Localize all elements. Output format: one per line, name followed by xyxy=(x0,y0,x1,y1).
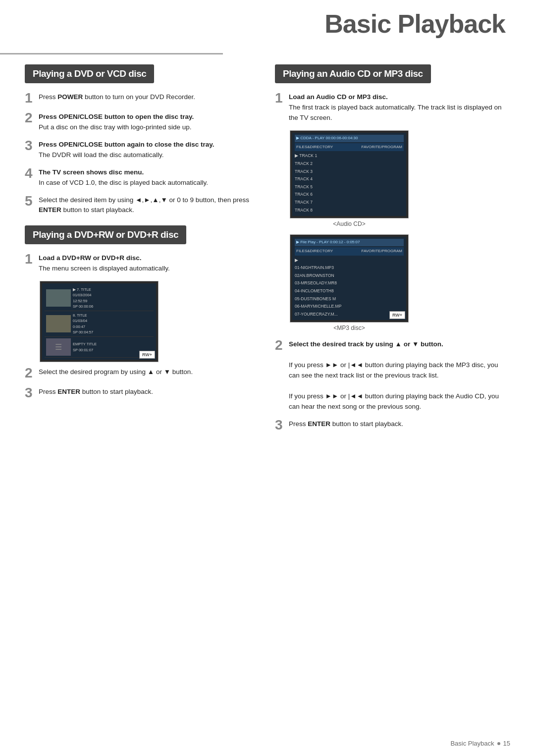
step-4-bold: The TV screen shows disc menu. xyxy=(39,168,144,176)
dvd-vcd-step-5: 5 Select the desired item by using ◄,►,▲… xyxy=(25,195,260,216)
step-2-bold: Press OPEN/CLOSE button to open the disc… xyxy=(39,113,194,120)
step-1-bold: POWER xyxy=(57,93,83,101)
mp3-screen-inner: ▶ File Play - PLAY 0:00:12 - 0:05:07 FIL… xyxy=(292,237,406,320)
dvdrw-step-1: 1 Load a DVD+RW or DVD+R disc. The menu … xyxy=(25,253,260,274)
audio-step-3-bold: ENTER xyxy=(308,420,330,428)
mp3-file-6: 05-DUSTINBONES M xyxy=(295,295,404,303)
audio-cd-caption: <Audio CD> xyxy=(290,220,409,227)
step-number-2: 2 xyxy=(25,111,36,125)
dvdrw-step-2: 2 Select the desired program by using ▲ … xyxy=(25,367,260,380)
audio-step-1-bold: Load an Audio CD or MP3 disc. xyxy=(289,93,388,101)
left-column: Playing a DVD or VCD disc 1 Press POWER … xyxy=(25,64,260,439)
mp3-file-4: 03-MRSEOLADY.MR8 xyxy=(295,279,404,287)
audio-cd-col2: FAVORITE/PROGRAM xyxy=(361,144,402,151)
dvdrw-step-3-content: Press ENTER button to start playback. xyxy=(39,387,260,397)
dvdrw-step-2-content: Select the desired program by using ▲ or… xyxy=(39,367,260,378)
audio-track-5: TRACK 5 xyxy=(295,183,404,191)
step-number-4: 4 xyxy=(25,166,36,180)
audio-cd-screen: ▶ CDDA - PLAY 00:00:06-00:04:30 FILES&DI… xyxy=(290,130,409,218)
dvd-vcd-title: Playing a DVD or VCD disc xyxy=(25,64,154,83)
dvdrw-step-3-bold: ENTER xyxy=(57,388,80,395)
audio-track-8: TRACK 8 xyxy=(295,207,404,215)
mp3-file-2: 01-NIGHTRAIN.MP3 xyxy=(295,264,404,272)
audio-step-3: 3 Press ENTER button to start playback. xyxy=(275,419,510,432)
mp3-header: FILES&DIRECTORY FAVORITE/PROGRAM xyxy=(295,247,404,256)
dvdrw-thumb-3: ☰ xyxy=(46,338,71,356)
audio-step-2-bold: Select the desired track by using ▲ or ▼… xyxy=(289,340,443,348)
dvdrw-screen-inner: ▶ 7. TITLE01/03/200412:52:59SP 00:00:06 … xyxy=(42,283,156,360)
audio-track-6: TRACK 6 xyxy=(295,191,404,199)
dvdrw-info-2: 8. TITLE01/03/040:00:47SP 00:04:57 xyxy=(73,313,93,335)
audio-title: Playing an Audio CD or MP3 disc xyxy=(275,64,431,83)
dvdrw-screen: ▶ 7. TITLE01/03/200412:52:59SP 00:00:06 … xyxy=(40,281,159,362)
step-number-5: 5 xyxy=(25,194,36,208)
dvdrw-section-heading: Playing a DVD+RW or DVD+R disc xyxy=(25,225,260,244)
mp3-col2: FAVORITE/PROGRAM xyxy=(361,248,402,255)
mp3-file-5: 04-INCLOMETOTH8 xyxy=(295,287,404,295)
main-content: Playing a DVD or VCD disc 1 Press POWER … xyxy=(0,54,535,454)
dvd-vcd-step-4: 4 The TV screen shows disc menu. In case… xyxy=(25,167,260,188)
page-footer: Basic Playback 15 xyxy=(450,740,510,747)
mp3-file-7: 06-MARYMICHELLE.MP xyxy=(295,303,404,311)
dvdrw-row-3: ☰ EMPTY TITLESP 00:01:07 xyxy=(45,337,154,358)
dvdrw-step-number-1: 1 xyxy=(25,252,36,266)
audio-cd-screen-inner: ▶ CDDA - PLAY 00:00:06-00:04:30 FILES&DI… xyxy=(292,133,406,216)
audio-step-number-1: 1 xyxy=(275,91,286,105)
dvd-vcd-step-3: 3 Press OPEN/CLOSE button again to close… xyxy=(25,140,260,161)
step-5-bold: ENTER xyxy=(39,206,61,214)
dvd-vcd-step-1: 1 Press POWER button to turn on your DVD… xyxy=(25,92,260,105)
audio-step-number-2: 2 xyxy=(275,338,286,352)
mp3-file-3: 02AN.BROWNSTON xyxy=(295,272,404,280)
audio-cd-header: FILES&DIRECTORY FAVORITE/PROGRAM xyxy=(295,143,404,152)
audio-step-1: 1 Load an Audio CD or MP3 disc. The firs… xyxy=(275,92,510,123)
right-column: Playing an Audio CD or MP3 disc 1 Load a… xyxy=(275,64,510,439)
page-title: Basic Playback xyxy=(324,9,505,39)
dvdrw-info-1: ▶ 7. TITLE01/03/200412:52:59SP 00:00:06 xyxy=(73,287,93,309)
audio-track-3: TRACK 3 xyxy=(295,168,404,176)
mp3-file-8: 07-YOURECRAZY.M... xyxy=(295,311,404,319)
mp3-screen: ▶ File Play - PLAY 0:00:12 - 0:05:07 FIL… xyxy=(290,234,409,323)
footer-dot xyxy=(497,742,500,745)
footer-text: Basic Playback xyxy=(450,740,494,747)
audio-step-2: 2 Select the desired track by using ▲ or… xyxy=(275,339,510,412)
step-4-content: The TV screen shows disc menu. In case o… xyxy=(39,167,260,188)
footer-page: 15 xyxy=(503,740,510,747)
dvdrw-info-3: EMPTY TITLESP 00:01:07 xyxy=(73,341,97,353)
mp3-caption: <MP3 disc> xyxy=(290,324,409,331)
step-2-content: Press OPEN/CLOSE button to open the disc… xyxy=(39,112,260,133)
audio-cd-col1: FILES&DIRECTORY xyxy=(296,144,333,151)
dvdrw-step-1-content: Load a DVD+RW or DVD+R disc. The menu sc… xyxy=(39,253,260,274)
mp3-file-1: ▶ xyxy=(295,257,404,265)
dvdrw-step-3: 3 Press ENTER button to start playback. xyxy=(25,387,260,400)
dvdrw-badge: RW+ xyxy=(139,351,155,359)
dvdrw-thumb-2 xyxy=(46,315,71,332)
audio-step-number-3: 3 xyxy=(275,418,286,432)
dvd-vcd-step-2: 2 Press OPEN/CLOSE button to open the di… xyxy=(25,112,260,133)
step-5-content: Select the desired item by using ◄,►,▲,▼… xyxy=(39,195,260,216)
mp3-badge: RW+ xyxy=(389,311,405,319)
page-header: Basic Playback xyxy=(0,0,535,54)
step-3-content: Press OPEN/CLOSE button again to close t… xyxy=(39,140,260,161)
audio-track-4: TRACK 4 xyxy=(295,175,404,183)
dvdrw-thumb-1 xyxy=(46,289,71,307)
dvdrw-step-1-bold: Load a DVD+RW or DVD+R disc. xyxy=(39,254,142,262)
mp3-status: ▶ File Play - PLAY 0:00:12 - 0:05:07 xyxy=(295,239,404,246)
audio-step-3-content: Press ENTER button to start playback. xyxy=(289,419,510,430)
step-number-3: 3 xyxy=(25,139,36,153)
audio-cd-status: ▶ CDDA - PLAY 00:00:06-00:04:30 xyxy=(295,135,404,142)
dvd-vcd-section-heading: Playing a DVD or VCD disc xyxy=(25,64,260,83)
audio-step-1-content: Load an Audio CD or MP3 disc. The first … xyxy=(289,92,510,123)
dvdrw-row-2: 8. TITLE01/03/040:00:47SP 00:04:57 xyxy=(45,311,154,337)
audio-section-heading: Playing an Audio CD or MP3 disc xyxy=(275,64,510,83)
step-3-bold: Press OPEN/CLOSE button again to close t… xyxy=(39,141,214,148)
mp3-col1: FILES&DIRECTORY xyxy=(296,248,333,255)
dvdrw-row-1: ▶ 7. TITLE01/03/200412:52:59SP 00:00:06 xyxy=(45,285,154,311)
dvdrw-step-number-2: 2 xyxy=(25,366,36,380)
audio-step-2-content: Select the desired track by using ▲ or ▼… xyxy=(289,339,510,412)
step-1-content: Press POWER button to turn on your DVD R… xyxy=(39,92,260,103)
header-divider xyxy=(0,53,223,54)
audio-track-2: TRACK 2 xyxy=(295,160,404,168)
dvdrw-title: Playing a DVD+RW or DVD+R disc xyxy=(25,225,186,244)
audio-track-7: TRACK 7 xyxy=(295,199,404,207)
audio-track-1: ▶ TRACK 1 xyxy=(295,152,404,160)
